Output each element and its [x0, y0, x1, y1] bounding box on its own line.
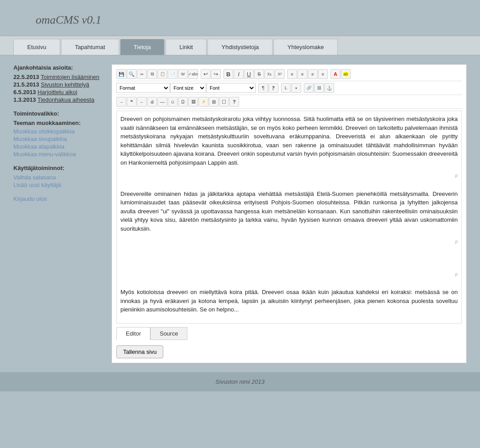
flash-button[interactable]: ⚡ [199, 97, 208, 107]
underline-button[interactable]: U [244, 69, 254, 79]
table-icon: ⊞ [212, 99, 216, 105]
preview-icon: 🔍 [128, 71, 135, 77]
preview-button[interactable]: 🔍 [127, 69, 137, 79]
indent-button[interactable]: → [116, 97, 126, 107]
subscript-icon: X₂ [267, 72, 272, 76]
news-item-1: 22.5.2013 Toimintojen lisääminen [13, 74, 103, 80]
fontsize-select[interactable]: Font size 8910 111214 182436 [170, 83, 206, 93]
align-justify-icon: ≡ [322, 72, 324, 77]
bg-color-icon: ab [343, 72, 348, 76]
italic-icon: I [238, 71, 240, 78]
news-link-2[interactable]: Sivuston kehittelyä [41, 81, 89, 88]
paste-text-button[interactable]: 📄 [168, 69, 178, 79]
news-date-4: 1.3.2013 [13, 96, 36, 103]
anchor-button[interactable] [324, 83, 334, 93]
news-link-3[interactable]: Harjoittelu alkoi [37, 89, 77, 95]
spell-check-icon: ✓abc [188, 72, 199, 76]
news-item-2: 21.5.2013 Sivuston kehittelyä [13, 81, 103, 88]
ltr-icon: ¶ [262, 86, 264, 91]
nav-tab-etusivu[interactable]: Etusivu [13, 39, 60, 55]
rtl-button[interactable]: ¶ [269, 83, 278, 93]
nav-tab-yhdistystietoja[interactable]: Yhdistystietoja [207, 39, 273, 55]
nav-tab-linkit[interactable]: Linkit [166, 39, 207, 55]
outdent-button[interactable]: ← [137, 97, 147, 107]
nav-tab-tapahtumat[interactable]: Tapahtumat [61, 39, 119, 55]
table-button[interactable]: ⊞ [209, 97, 219, 107]
special-char-icon: Ω [181, 100, 184, 104]
superscript-button[interactable]: X² [275, 69, 285, 79]
sidebar-link-sivupalkkia[interactable]: Muokkaa sivupalkkia [13, 136, 103, 142]
align-center-button[interactable]: ≡ [298, 69, 307, 79]
separator-1 [199, 69, 200, 79]
align-justify-button[interactable]: ≡ [318, 69, 328, 79]
logout-link[interactable]: Kirjaudu ulos [13, 195, 47, 202]
paste-icon: 📋 [160, 72, 165, 76]
sidebar-link-salasana[interactable]: Vaihda salasana [13, 174, 103, 181]
nav-tab-yhteyslomake[interactable]: Yhteyslomake [273, 39, 338, 55]
superscript-icon: X² [278, 72, 282, 76]
copy-button[interactable]: ⧉ [147, 69, 157, 79]
editor-tab-editor[interactable]: Editor [116, 327, 150, 340]
p-marker-3: p [120, 271, 458, 278]
align-right-icon: ≡ [311, 72, 314, 77]
font-color-button[interactable]: A [331, 69, 340, 79]
spell-check-button[interactable]: ✓abc [188, 69, 198, 79]
ltr-button[interactable]: ¶ [258, 83, 268, 93]
header: omaCMS v0.1 [0, 0, 480, 36]
footer-text: Sivuston nimi 2013 [215, 378, 265, 385]
news-title: Ajankohtaisia asioita: [13, 64, 103, 71]
undo-button[interactable] [201, 69, 211, 79]
link-button[interactable]: 🔗 [304, 83, 314, 93]
align-left-button[interactable]: ≡ [287, 69, 297, 79]
outdent-icon: ← [140, 100, 144, 104]
redo-button[interactable] [211, 69, 221, 79]
news-date-3: 6.5.2013 [13, 89, 36, 95]
content-spacer [120, 256, 458, 269]
strike-button[interactable]: S [254, 69, 264, 79]
italic-button[interactable]: I [234, 69, 244, 79]
blockquote-button[interactable]: ❝ [127, 97, 137, 107]
sidebar-link-alapalkkia[interactable]: Muokkaa alapalkkia [13, 143, 103, 150]
content-editable[interactable]: Dreeveri on pohjoismainen metsästyskoira… [116, 111, 462, 324]
img-button[interactable]: 🖼 [188, 97, 198, 107]
separator-4 [328, 69, 330, 79]
subscript-button[interactable]: X₂ [265, 69, 274, 79]
align-center-icon: ≡ [301, 72, 304, 77]
print-button[interactable]: 🖨 [147, 97, 157, 107]
bold-button[interactable]: B [223, 69, 233, 79]
format-select[interactable]: Format Paragraph Heading 1 Heading 2 Hea… [116, 83, 170, 93]
bg-color-button[interactable]: ab [341, 69, 351, 79]
news-link-4[interactable]: Tiedonhakua aiheesta [37, 96, 94, 103]
save-button[interactable] [116, 69, 126, 79]
flash-icon: ⚡ [201, 100, 206, 104]
save-page-button[interactable]: Tallenna sivu [116, 345, 163, 358]
cut-button[interactable] [137, 69, 147, 79]
ul-button[interactable]: • [291, 83, 301, 93]
paste-text-icon: 📄 [170, 72, 175, 76]
hr-button[interactable]: — [157, 97, 167, 107]
link-icon: 🔗 [306, 86, 311, 90]
content-paragraph-3: Myös kotioloissa dreeveri on miellyttävä… [120, 288, 458, 314]
paste-word-button[interactable]: W [178, 69, 188, 79]
paste-button[interactable]: 📋 [157, 69, 167, 79]
sidebar-link-otsikkopalkkia[interactable]: Muokkaa otsikkopalkkia [13, 128, 103, 135]
align-right-button[interactable]: ≡ [308, 69, 318, 79]
sidebar-link-menu[interactable]: Muokkaa menu-valikkoa [13, 151, 103, 158]
anchor-icon [327, 85, 332, 91]
editor-tab-source[interactable]: Source [150, 327, 187, 340]
news-section: Ajankohtaisia asioita: 22.5.2013 Toimint… [13, 64, 103, 103]
footer: Sivuston nimi 2013 [0, 372, 480, 391]
separator-2 [221, 69, 223, 79]
unlink-button[interactable]: ⛓ [314, 83, 324, 93]
ol-button[interactable]: 1. [281, 83, 291, 93]
cut-icon [140, 71, 144, 77]
smiley-button[interactable]: ☺ [168, 97, 178, 107]
font-select[interactable]: Font Arial Times New Roman Courier New G… [207, 83, 256, 93]
sidebar-link-uusikayttaja[interactable]: Lisää uusi käyttäjä [13, 182, 103, 188]
special-char-button[interactable]: Ω [178, 97, 188, 107]
nav-tab-tietoja[interactable]: Tietoja [120, 39, 165, 55]
help-button[interactable]: ? [229, 97, 239, 107]
news-link-1[interactable]: Toimintojen lisääminen [41, 74, 99, 80]
form-button[interactable]: ☐ [219, 97, 229, 107]
print-icon: 🖨 [150, 100, 154, 104]
